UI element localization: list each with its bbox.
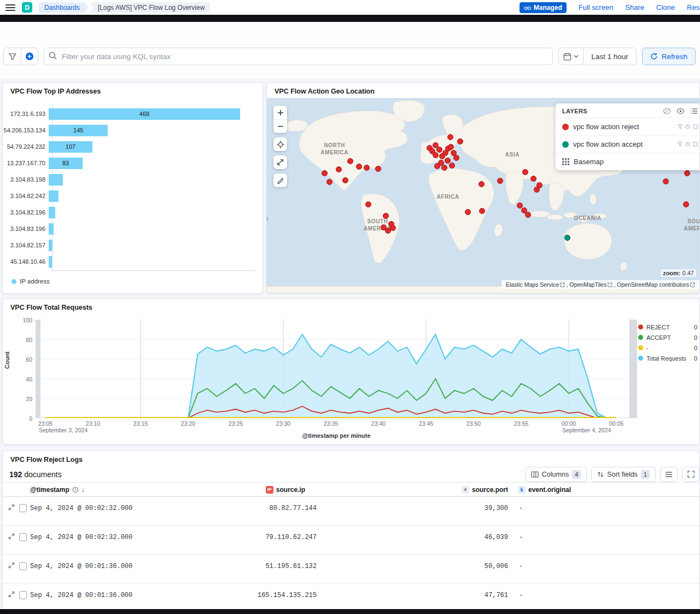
- reject-point[interactable]: [449, 163, 455, 169]
- reject-point[interactable]: [342, 177, 348, 183]
- reject-point[interactable]: [525, 212, 531, 218]
- reject-point[interactable]: [326, 179, 332, 185]
- header-action-share[interactable]: Share: [625, 3, 644, 11]
- show-all-layers-icon[interactable]: [676, 108, 685, 114]
- layer-filter-icon[interactable]: [678, 142, 682, 147]
- reject-point[interactable]: [479, 181, 485, 187]
- world-map[interactable]: NORTH AMERICASOUTH AMERICAAFRICAASIAOCEA…: [267, 98, 699, 293]
- bar[interactable]: 145: [49, 125, 108, 136]
- expand-row-button[interactable]: [8, 591, 15, 598]
- layer-item[interactable]: Basemap: [556, 153, 699, 170]
- kql-search-input[interactable]: [44, 48, 553, 65]
- reject-point[interactable]: [322, 170, 328, 176]
- reject-point[interactable]: [530, 176, 536, 182]
- expand-row-button[interactable]: [8, 504, 15, 511]
- panel-reject-logs: VPC Flow Reject Logs 192 documents Colum…: [2, 450, 700, 611]
- fit-to-data-button[interactable]: [273, 155, 287, 169]
- attribution-link[interactable]: Elastic Maps Service ,: [506, 281, 568, 288]
- column-header-event-original[interactable]: k event.original: [511, 486, 699, 494]
- breadcrumb-item[interactable]: Dashboards: [39, 2, 89, 13]
- reject-point[interactable]: [336, 166, 342, 172]
- bar[interactable]: 107: [49, 141, 92, 153]
- reject-point[interactable]: [448, 144, 454, 150]
- columns-button[interactable]: Columns 4: [525, 467, 587, 482]
- reject-point[interactable]: [453, 155, 459, 161]
- draw-tools-button[interactable]: [273, 173, 287, 187]
- bar[interactable]: 83: [49, 158, 83, 169]
- header-action-full-screen[interactable]: Full screen: [579, 3, 614, 11]
- layer-list-icon[interactable]: [690, 108, 698, 114]
- expand-row-button[interactable]: [8, 533, 15, 540]
- x-tick-label: 23:50: [466, 420, 481, 427]
- grid-body: Sep 4, 2024 @ 00:02:32.00080.82.77.14439…: [3, 497, 699, 611]
- menu-icon[interactable]: [5, 4, 15, 11]
- add-filter-button[interactable]: [21, 48, 38, 65]
- zoom-out-button[interactable]: [273, 119, 287, 133]
- bar[interactable]: [49, 190, 59, 202]
- layer-time-icon[interactable]: [685, 142, 690, 147]
- column-header-source-ip[interactable]: IP source.ip: [251, 486, 320, 494]
- reject-point[interactable]: [683, 201, 689, 207]
- accept-point[interactable]: [564, 235, 570, 241]
- hide-all-layers-icon[interactable]: [663, 108, 671, 114]
- bar[interactable]: [49, 223, 54, 235]
- bar[interactable]: [49, 256, 52, 268]
- row-checkbox[interactable]: [19, 533, 27, 541]
- reject-point[interactable]: [534, 187, 540, 193]
- reject-point[interactable]: [663, 178, 669, 184]
- legend-dot: [638, 345, 643, 350]
- display-options-button[interactable]: [660, 467, 678, 482]
- managed-badge[interactable]: Managed: [520, 2, 567, 13]
- layer-filter-icon[interactable]: [678, 124, 682, 129]
- attribution-link[interactable]: OpenStreetMap contributors: [617, 281, 695, 288]
- reject-point[interactable]: [497, 178, 503, 184]
- reject-point[interactable]: [445, 158, 451, 164]
- expand-row-button[interactable]: [8, 562, 15, 569]
- reject-point[interactable]: [365, 201, 371, 207]
- layer-visibility-icon[interactable]: [693, 142, 698, 147]
- layer-item[interactable]: vpc flow action reject: [556, 118, 699, 135]
- bar[interactable]: [49, 174, 63, 186]
- column-header-source-port[interactable]: # source.port: [320, 486, 511, 494]
- zoom-in-button[interactable]: [273, 106, 287, 119]
- row-checkbox[interactable]: [19, 591, 27, 599]
- reject-point[interactable]: [364, 165, 370, 171]
- keyword-field-icon: k: [518, 486, 526, 494]
- filter-funnel-button[interactable]: [4, 48, 21, 65]
- bar-chart-legend[interactable]: IP address: [11, 278, 50, 285]
- reject-point[interactable]: [522, 169, 528, 175]
- legend-item[interactable]: -0: [638, 343, 697, 353]
- map-region-label: NORTH AMERICA: [320, 142, 348, 156]
- set-view-button[interactable]: [273, 137, 287, 151]
- reject-point[interactable]: [434, 163, 440, 169]
- bar-value-label: 468: [139, 111, 149, 117]
- attribution-link[interactable]: OpenMapTiles ,: [569, 281, 615, 288]
- row-checkbox[interactable]: [19, 504, 27, 512]
- reject-point[interactable]: [356, 164, 362, 170]
- layer-item[interactable]: vpc flow action accept: [556, 135, 699, 153]
- time-series-chart[interactable]: [36, 320, 637, 418]
- sort-fields-button[interactable]: Sort fields 1: [591, 467, 656, 482]
- breadcrumb-item[interactable]: [Logs AWS] VPC Flow Log Overview: [90, 2, 211, 13]
- space-avatar[interactable]: D: [22, 2, 32, 13]
- calendar-button[interactable]: [559, 48, 584, 65]
- reject-point[interactable]: [517, 202, 523, 208]
- bar[interactable]: [49, 207, 55, 218]
- column-header-timestamp[interactable]: @timestamp ↓: [27, 486, 251, 494]
- layer-time-icon[interactable]: [685, 124, 690, 129]
- legend-item[interactable]: REJECT0: [638, 322, 697, 332]
- bar[interactable]: 468: [49, 108, 240, 120]
- legend-item[interactable]: Total Requests0: [638, 353, 697, 363]
- refresh-button[interactable]: Refresh: [642, 48, 696, 65]
- layer-visibility-icon[interactable]: [693, 124, 698, 129]
- row-checkbox[interactable]: [19, 562, 27, 570]
- reject-point[interactable]: [457, 138, 463, 144]
- fullscreen-grid-button[interactable]: [682, 467, 699, 482]
- reject-point[interactable]: [347, 158, 353, 164]
- header-action-reset[interactable]: Reset: [687, 3, 700, 11]
- legend-item[interactable]: ACCEPT0: [638, 332, 697, 343]
- sort-descending-icon[interactable]: ↓: [81, 486, 85, 494]
- time-range-value[interactable]: Last 1 hour: [584, 53, 636, 61]
- bar[interactable]: [49, 240, 52, 251]
- header-action-clone[interactable]: Clone: [656, 3, 675, 11]
